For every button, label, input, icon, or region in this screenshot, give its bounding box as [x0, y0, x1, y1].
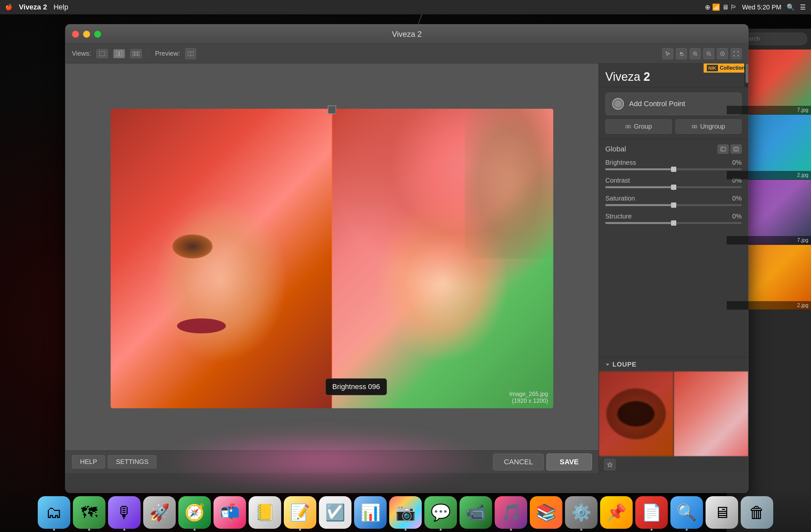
loupe-header[interactable]: LOUPE: [599, 358, 748, 371]
group-button[interactable]: Group: [605, 119, 672, 134]
dock-item-trash[interactable]: 🗑: [741, 496, 773, 529]
global-label: Global: [605, 145, 626, 153]
portrait-left: [111, 109, 332, 408]
dock-item-sysprefs[interactable]: ⚙️: [565, 496, 597, 529]
film-thumb-1-label: 7.jpg: [727, 106, 811, 114]
saturation-value: 0%: [732, 195, 742, 202]
brightness-track[interactable]: [605, 168, 742, 170]
brightness-thumb[interactable]: [671, 167, 676, 172]
contrast-fill: [605, 186, 674, 188]
arrow-tool[interactable]: [662, 48, 673, 59]
svg-marker-31: [672, 167, 676, 171]
dock-item-rocket[interactable]: 🚀: [143, 496, 176, 529]
ungroup-button[interactable]: Ungroup: [675, 119, 742, 134]
save-button[interactable]: SAVE: [547, 454, 592, 470]
svg-rect-20: [626, 125, 628, 128]
search-icon[interactable]: 🔍: [786, 3, 795, 11]
maximize-button[interactable]: [94, 31, 101, 38]
dock-item-siri[interactable]: 🎙: [108, 496, 141, 529]
scrollbar-thumb[interactable]: [746, 63, 748, 83]
structure-track[interactable]: [605, 222, 742, 224]
svg-line-14: [710, 55, 711, 56]
panel-header: Viveza 2 NIK Collection: [599, 63, 748, 87]
panel-title-bold: 2: [643, 70, 650, 83]
dock-item-messages[interactable]: 💬: [424, 496, 457, 529]
cancel-button[interactable]: CANCEL: [493, 454, 544, 470]
dock-item-notes[interactable]: 📝: [284, 496, 316, 529]
structure-fill: [605, 222, 674, 224]
help-button[interactable]: HELP: [72, 455, 105, 469]
svg-line-10: [696, 55, 698, 56]
face-overlay-left: [155, 199, 288, 363]
preview-icon-btn[interactable]: [185, 48, 196, 59]
scrollbar-track[interactable]: [744, 63, 748, 87]
contrast-thumb[interactable]: [671, 185, 676, 190]
loupe-star-button[interactable]: [604, 459, 616, 470]
dock-item-sendlater[interactable]: 📬: [214, 496, 246, 529]
saturation-thumb[interactable]: [671, 202, 676, 208]
view-single-btn[interactable]: [96, 49, 108, 58]
hand-tool[interactable]: [676, 48, 687, 59]
structure-thumb[interactable]: [671, 221, 676, 226]
menubar-icons: ⊕ 📶 🖥 🏳: [705, 3, 737, 11]
nik-collection-badge: NIK Collection: [704, 63, 748, 73]
film-thumb-2-label: 2.jpg: [727, 171, 811, 179]
close-button[interactable]: [72, 31, 79, 38]
fullscreen-tool[interactable]: [731, 48, 742, 59]
title-bar: Viveza 2: [65, 25, 748, 44]
dock-item-finder[interactable]: 🗂: [38, 496, 70, 529]
film-thumb-3-label: 7.jpg: [727, 236, 811, 244]
image-left: [111, 109, 332, 408]
saturation-fill: [605, 204, 674, 206]
panel-title-light: Viveza: [605, 70, 643, 83]
split-divider[interactable]: [332, 109, 332, 408]
global-icons: [718, 145, 742, 154]
brightness-tooltip-label: Brightness 096: [332, 383, 380, 391]
dock-item-music[interactable]: 🎵: [495, 496, 527, 529]
global-icon-2[interactable]: [731, 145, 742, 154]
dock-item-reminders[interactable]: ☑️: [319, 496, 351, 529]
svg-rect-1: [116, 51, 119, 56]
view-split-btn[interactable]: [113, 49, 125, 58]
contrast-row: Contrast 0%: [605, 177, 742, 188]
dock-item-acrobat[interactable]: 📄: [635, 496, 668, 529]
image-filename: Image_265.jpg: [509, 391, 548, 397]
divider-handle[interactable]: [328, 106, 336, 114]
toolbar: Views: Preview:: [65, 44, 748, 63]
settings-button[interactable]: SETTINGS: [108, 455, 156, 469]
minimize-button[interactable]: [83, 31, 90, 38]
dock-item-contacts[interactable]: 📒: [249, 496, 281, 529]
menu-icon[interactable]: ☰: [800, 3, 806, 11]
loupe-tool[interactable]: [717, 48, 728, 59]
right-panel: Viveza 2 NIK Collection: [598, 63, 748, 473]
zoom-out-tool[interactable]: [703, 48, 714, 59]
svg-marker-8: [666, 52, 670, 56]
svg-rect-23: [692, 125, 694, 128]
control-point-icon: [612, 98, 624, 110]
saturation-track[interactable]: [605, 204, 742, 206]
dock-item-pasta[interactable]: 📌: [600, 496, 633, 529]
apple-menu[interactable]: 🍎: [5, 4, 12, 11]
contrast-track[interactable]: [605, 186, 742, 188]
dock-item-photos[interactable]: 📷: [389, 496, 422, 529]
canvas-bottom-toolbar: HELP SETTINGS CANCEL SAVE: [65, 450, 598, 473]
dock-item-facetime[interactable]: 📹: [460, 496, 492, 529]
dock-item-maps[interactable]: 🗺: [73, 496, 105, 529]
nik-collection-label: Collection: [720, 65, 745, 71]
svg-rect-4: [135, 51, 137, 56]
dock-item-keynote[interactable]: 📊: [354, 496, 387, 529]
dock-item-safari[interactable]: 🧭: [178, 496, 211, 529]
help-menu[interactable]: Help: [53, 3, 68, 11]
dock-item-finder2[interactable]: 🖥: [706, 496, 738, 529]
app-name[interactable]: Viveza 2: [19, 3, 47, 11]
global-icon-1[interactable]: [718, 145, 729, 154]
zoom-in-tool[interactable]: [690, 48, 701, 59]
svg-rect-24: [695, 125, 697, 128]
dock-item-books[interactable]: 📚: [530, 496, 562, 529]
loupe-title: LOUPE: [612, 361, 637, 368]
add-control-point-button[interactable]: Add Control Point: [605, 92, 742, 115]
view-triple-btn[interactable]: [130, 49, 142, 58]
image-label: Image_265.jpg (1920 x 1200): [509, 391, 548, 405]
loupe-chevron-icon: [605, 362, 610, 367]
dock-item-capture[interactable]: 🔍: [670, 496, 703, 529]
